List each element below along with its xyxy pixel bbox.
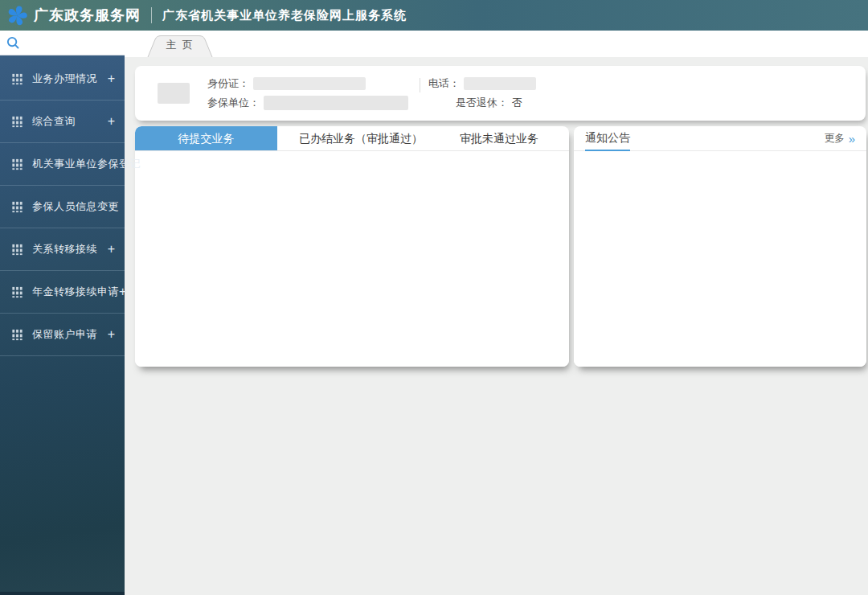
sidebar-search-bar: [0, 31, 125, 55]
more-label: 更多: [825, 132, 845, 146]
grid-icon: [10, 115, 24, 129]
redacted-phone-number: [464, 77, 536, 90]
sidebar-item-label: 参保人员信息变更: [32, 199, 119, 214]
expand-plus-icon: +: [108, 72, 115, 85]
sidebar-item-comprehensive-query[interactable]: 综合查询 +: [0, 101, 125, 143]
retired-value: 否: [512, 96, 522, 110]
id-card-label: 身份证：: [207, 76, 249, 91]
grid-icon: [10, 200, 24, 214]
info-column-right: 电话： 是否退休： 否: [428, 76, 536, 110]
business-panel-body: [135, 151, 569, 367]
more-link[interactable]: 更多 »: [825, 126, 855, 150]
tab-home-label: 主 页: [147, 38, 213, 52]
expand-plus-icon: +: [108, 328, 115, 341]
grid-icon: [10, 285, 24, 299]
sidebar-item-annuity-transfer[interactable]: 年金转移接续申请 +: [0, 271, 125, 314]
top-header: 广东政务服务网 广东省机关事业单位养老保险网上服务系统: [0, 0, 868, 31]
page-background: 身份证： 参保单位： 电话：: [125, 57, 868, 595]
expand-plus-icon: +: [108, 243, 115, 256]
retired-label: 是否退休：: [456, 96, 508, 110]
user-info-card: 身份证： 参保单位： 电话：: [135, 66, 866, 121]
redacted-id-number: [253, 77, 366, 90]
grid-icon: [10, 243, 24, 256]
sidebar-item-unit-registration[interactable]: 机关事业单位参保登记: [0, 143, 125, 186]
expand-plus-icon: +: [108, 115, 115, 128]
sidebar: 业务办理情况 + 综合查询 +: [0, 31, 125, 595]
sidebar-item-label: 机关事业单位参保登记: [32, 157, 141, 171]
notice-header: 通知公告 更多 »: [574, 126, 866, 151]
sidebar-item-label: 综合查询: [32, 114, 108, 129]
content-area: 主 页 身份证： 参保单位：: [125, 31, 868, 595]
business-tabs: 待提交业务 已办结业务（审批通过） 审批未通过业务: [135, 126, 569, 151]
tab-rejected-business[interactable]: 审批未通过业务: [448, 126, 551, 150]
sidebar-item-reserved-account[interactable]: 保留账户申请 +: [0, 314, 125, 356]
sidebar-item-member-info-change[interactable]: 参保人员信息变更: [0, 186, 125, 228]
sidebar-item-business-status[interactable]: 业务办理情况 +: [0, 58, 125, 101]
system-title: 广东省机关事业单位养老保险网上服务系统: [162, 8, 407, 23]
notice-title: 通知公告: [585, 126, 630, 151]
panels-row: 待提交业务 已办结业务（审批通过） 审批未通过业务 通知公告 更多 »: [135, 126, 866, 367]
sidebar-item-label: 业务办理情况: [32, 72, 108, 86]
phone-label: 电话：: [428, 76, 460, 91]
grid-icon: [10, 72, 24, 86]
grid-icon: [10, 158, 24, 171]
grid-icon: [10, 328, 24, 342]
tab-completed-business[interactable]: 已办结业务（审批通过）: [287, 126, 435, 150]
tab-pending-business[interactable]: 待提交业务: [135, 126, 277, 150]
sidebar-item-label: 年金转移接续申请: [32, 285, 119, 299]
info-divider: [420, 78, 420, 92]
sidebar-item-relation-transfer[interactable]: 关系转移接续 +: [0, 228, 125, 271]
page-tabstrip: 主 页: [125, 31, 868, 57]
sidebar-nav: 业务办理情况 + 综合查询 +: [0, 58, 125, 356]
search-icon[interactable]: [6, 35, 21, 51]
redacted-unit-name: [264, 96, 408, 110]
app-window: 广东政务服务网 广东省机关事业单位养老保险网上服务系统: [0, 0, 868, 595]
more-arrows-icon: »: [849, 133, 855, 145]
business-panel: 待提交业务 已办结业务（审批通过） 审批未通过业务: [135, 126, 569, 367]
gdgov-flower-logo-icon[interactable]: [6, 5, 28, 27]
sidebar-item-label: 关系转移接续: [32, 242, 108, 256]
tab-home[interactable]: 主 页: [147, 35, 213, 57]
insured-unit-label: 参保单位：: [207, 96, 260, 110]
brand-title[interactable]: 广东政务服务网: [34, 6, 141, 25]
info-column-left: 身份证： 参保单位：: [207, 76, 408, 110]
sidebar-item-label: 保留账户申请: [32, 327, 108, 342]
notice-panel-body: [574, 151, 866, 367]
header-divider: [151, 7, 152, 23]
expand-plus-icon: +: [119, 285, 126, 298]
notice-panel: 通知公告 更多 »: [574, 126, 866, 367]
redacted-user-name: [158, 83, 190, 104]
sidebar-search-input[interactable]: [21, 31, 125, 55]
